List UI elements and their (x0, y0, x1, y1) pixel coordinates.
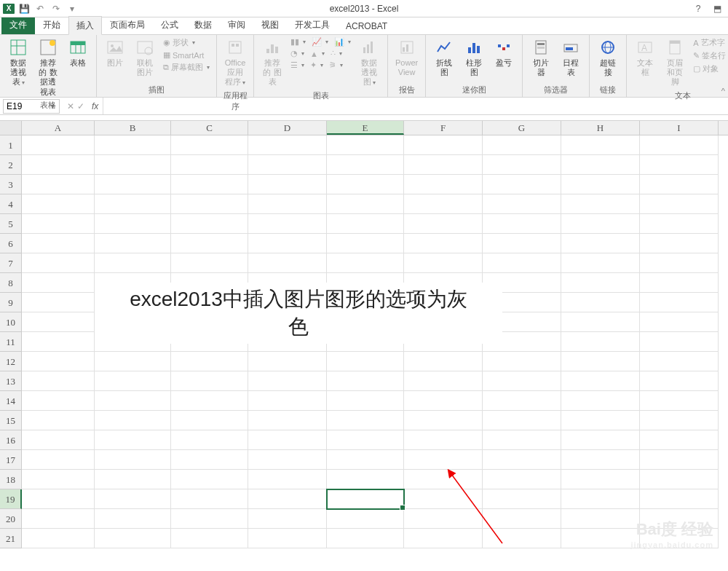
cell-C2[interactable] (171, 155, 248, 175)
cell-G2[interactable] (483, 155, 561, 175)
cell-F4[interactable] (404, 194, 483, 214)
qat-customize-icon[interactable]: ▾ (66, 2, 79, 15)
cell-D21[interactable] (248, 529, 327, 548)
cell-H15[interactable] (561, 411, 640, 430)
cell-H2[interactable] (561, 155, 640, 175)
cell-G6[interactable] (483, 234, 561, 253)
cell-D5[interactable] (248, 214, 327, 234)
cell-G12[interactable] (483, 352, 561, 371)
cell-G4[interactable] (483, 194, 561, 214)
tab-view[interactable]: 视图 (253, 15, 287, 34)
cell-I3[interactable] (640, 175, 719, 194)
cell-B13[interactable] (95, 371, 171, 391)
cell-B18[interactable] (95, 470, 171, 489)
cell-E1[interactable] (327, 135, 404, 155)
cell-I6[interactable] (640, 234, 719, 253)
timeline-button[interactable]: 日程表 (557, 36, 585, 79)
cell-H18[interactable] (561, 470, 640, 489)
cell-G14[interactable] (483, 391, 561, 411)
cell-G18[interactable] (483, 470, 561, 489)
cell-F1[interactable] (404, 135, 483, 155)
cell-D19[interactable] (248, 489, 327, 509)
cell-D20[interactable] (248, 509, 327, 529)
cell-I8[interactable] (640, 273, 719, 293)
cell-C14[interactable] (171, 391, 248, 411)
cell-H8[interactable] (561, 273, 640, 293)
cell-A10[interactable] (22, 312, 95, 332)
cell-I18[interactable] (640, 470, 719, 489)
row-header-8[interactable]: 8 (0, 273, 22, 293)
cell-E6[interactable] (327, 234, 404, 253)
cell-A9[interactable] (22, 293, 95, 312)
cell-C12[interactable] (171, 352, 248, 371)
cell-I1[interactable] (640, 135, 719, 155)
cell-H1[interactable] (561, 135, 640, 155)
cell-B15[interactable] (95, 411, 171, 430)
cell-D14[interactable] (248, 391, 327, 411)
cell-E4[interactable] (327, 194, 404, 214)
cell-E14[interactable] (327, 391, 404, 411)
cell-I11[interactable] (640, 332, 719, 352)
row-header-5[interactable]: 5 (0, 214, 22, 234)
cell-G1[interactable] (483, 135, 561, 155)
cell-I17[interactable] (640, 450, 719, 470)
cell-C21[interactable] (171, 529, 248, 548)
cell-F18[interactable] (404, 470, 483, 489)
column-header-B[interactable]: B (95, 121, 171, 135)
help-icon[interactable]: ? (692, 2, 705, 15)
cell-H7[interactable] (561, 253, 640, 273)
cell-I10[interactable] (640, 312, 719, 332)
cell-E12[interactable] (327, 352, 404, 371)
cell-H17[interactable] (561, 450, 640, 470)
cell-A5[interactable] (22, 214, 95, 234)
cell-B12[interactable] (95, 352, 171, 371)
cell-B20[interactable] (95, 509, 171, 529)
cell-A20[interactable] (22, 509, 95, 529)
cell-D15[interactable] (248, 411, 327, 430)
tab-acrobat[interactable]: ACROBAT (338, 17, 395, 34)
cell-D17[interactable] (248, 450, 327, 470)
cell-D1[interactable] (248, 135, 327, 155)
ribbon-collapse-icon[interactable]: ^ (721, 87, 725, 95)
row-header-16[interactable]: 16 (0, 430, 22, 450)
cell-E5[interactable] (327, 214, 404, 234)
row-header-9[interactable]: 9 (0, 293, 22, 312)
cell-E16[interactable] (327, 430, 404, 450)
cell-F20[interactable] (404, 509, 483, 529)
cell-F14[interactable] (404, 391, 483, 411)
row-header-19[interactable]: 19 (0, 489, 22, 509)
cell-H5[interactable] (561, 214, 640, 234)
column-header-I[interactable]: I (640, 121, 719, 135)
cell-D3[interactable] (248, 175, 327, 194)
cell-D7[interactable] (248, 253, 327, 273)
cell-I14[interactable] (640, 391, 719, 411)
cell-E20[interactable] (327, 509, 404, 529)
cell-F3[interactable] (404, 175, 483, 194)
cell-A21[interactable] (22, 529, 95, 548)
row-header-1[interactable]: 1 (0, 135, 22, 155)
cell-A17[interactable] (22, 450, 95, 470)
column-header-E[interactable]: E (327, 121, 404, 135)
cell-A14[interactable] (22, 391, 95, 411)
redo-icon[interactable]: ↷ (50, 2, 63, 15)
cell-B6[interactable] (95, 234, 171, 253)
column-header-F[interactable]: F (404, 121, 483, 135)
cell-B21[interactable] (95, 529, 171, 548)
tab-review[interactable]: 审阅 (220, 15, 253, 34)
cell-F16[interactable] (404, 430, 483, 450)
slicer-button[interactable]: 切片器 (527, 36, 555, 79)
cell-E21[interactable] (327, 529, 404, 548)
cell-A4[interactable] (22, 194, 95, 214)
cell-B2[interactable] (95, 155, 171, 175)
hyperlink-button[interactable]: 超链接 (594, 36, 622, 79)
cell-B4[interactable] (95, 194, 171, 214)
tab-home[interactable]: 开始 (35, 15, 68, 34)
column-header-C[interactable]: C (171, 121, 248, 135)
cell-A2[interactable] (22, 155, 95, 175)
cell-A15[interactable] (22, 411, 95, 430)
cell-G17[interactable] (483, 450, 561, 470)
column-header-G[interactable]: G (483, 121, 561, 135)
cell-E3[interactable] (327, 175, 404, 194)
cell-G3[interactable] (483, 175, 561, 194)
cell-C16[interactable] (171, 430, 248, 450)
